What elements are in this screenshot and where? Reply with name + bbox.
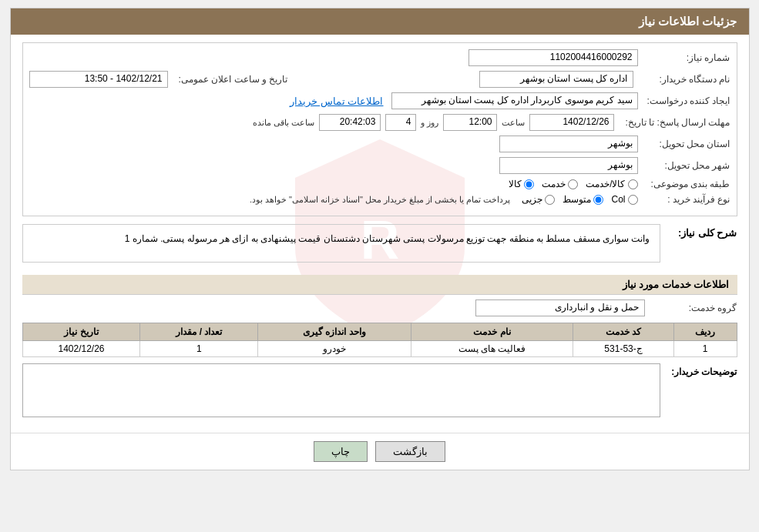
payment-note: پرداخت تمام یا بخشی از مبلغ خریدار محل "… — [250, 195, 511, 205]
col-name: نام خدمت — [411, 323, 573, 341]
mohlat-roz: 4 — [385, 114, 416, 131]
mohlat-date: 1402/12/26 — [529, 114, 614, 131]
mohlat-saat2-label: ساعت باقی مانده — [253, 118, 314, 128]
services-table: ردیف کد خدمت نام خدمت واحد اندازه گیری ت… — [22, 323, 737, 357]
sharh-label: شرح کلی نیاز: — [660, 224, 737, 239]
nooe-farayand-label: نوع فرآیند خرید : — [638, 194, 730, 205]
sharh-text: وانت سواری مسقف مسلط به منطقه جهت توزیع … — [22, 224, 660, 263]
tabaqe-kala-khedmat-label: کالا/خدمت — [586, 179, 625, 189]
ijad-konande-value: سید کریم موسوی کاربردار اداره کل پست است… — [391, 92, 638, 109]
etelaaat-link[interactable]: اطلاعات تماس خریدار — [290, 95, 383, 107]
ostan-tahvil-label: استان محل تحویل: — [638, 139, 730, 149]
page-title: جزئیات اطلاعات نیاز — [639, 15, 737, 28]
radio-khedmat[interactable]: خدمت — [542, 179, 578, 189]
col-count: تعداد / مقدار — [140, 323, 258, 341]
mohlat-roz-label: روز و — [421, 118, 438, 128]
shahr-tahvil-label: شهر محل تحویل: — [638, 160, 730, 171]
cell-radif: 1 — [673, 341, 737, 357]
radio-col[interactable]: Col — [611, 194, 637, 205]
nooe-jozyi-label: جزیی — [522, 194, 542, 205]
mohlat-saat-label: ساعت — [502, 118, 525, 128]
radio-kala[interactable]: کالا — [509, 179, 534, 189]
radio-kala-khedmat[interactable]: کالا/خدمت — [586, 179, 637, 189]
ijad-konande-label: ایجاد کننده درخواست: — [638, 95, 730, 106]
mohlat-saat2: 20:42:03 — [319, 114, 381, 131]
tabaqe-khedmat-label: خدمت — [542, 179, 566, 189]
col-radif: ردیف — [673, 323, 737, 341]
buttons-row: بازگشت چاپ — [11, 433, 749, 470]
tabaqe-kala-label: کالا — [509, 179, 522, 189]
print-button[interactable]: چاپ — [314, 441, 368, 462]
radio-jozyi[interactable]: جزیی — [522, 194, 555, 205]
page-header: جزئیات اطلاعات نیاز — [11, 8, 749, 35]
radio-motawaset[interactable]: متوسط — [563, 194, 603, 205]
shomara-niaz-label: شماره نیاز: — [638, 52, 730, 63]
group-label: گروه خدمت: — [645, 303, 737, 313]
cell-code: ج-53-531 — [573, 341, 674, 357]
description-label: توضیحات خریدار: — [660, 363, 737, 377]
description-textarea[interactable] — [22, 363, 660, 417]
date-value: 1402/12/21 - 13:50 — [29, 71, 168, 88]
group-value: حمل و نقل و انبارداری — [475, 299, 645, 316]
mohlat-saat: 12:00 — [443, 114, 497, 131]
cell-date: 1402/12/26 — [22, 341, 140, 357]
nooe-motawaset-label: متوسط — [563, 194, 591, 205]
description-section: توضیحات خریدار: — [22, 363, 737, 417]
cell-count: 1 — [140, 341, 258, 357]
date-label: تاریخ و ساعت اعلان عمومی: — [173, 74, 288, 85]
col-unit: واحد اندازه گیری — [258, 323, 411, 341]
table-row: 1 ج-53-531 فعالیت های پست خودرو 1 1402/1… — [22, 341, 737, 357]
shomara-niaz-value: 1102004416000292 — [468, 49, 638, 66]
mohlat-label: مهلت ارسال پاسخ: تا تاریخ: — [619, 117, 730, 128]
shahr-tahvil-value: بوشهر — [499, 157, 638, 174]
col-date: تاریخ نیاز — [22, 323, 140, 341]
naam-dastgah-value: اداره کل پست استان بوشهر — [479, 71, 633, 88]
cell-unit: خودرو — [258, 341, 411, 357]
ostan-tahvil-value: بوشهر — [499, 136, 638, 152]
cell-name: فعالیت های پست — [411, 341, 573, 357]
khadamat-title: اطلاعات خدمات مورد نیاز — [22, 275, 737, 295]
naam-dastgah-label: نام دستگاه خریدار: — [638, 74, 730, 85]
back-button[interactable]: بازگشت — [375, 441, 445, 462]
tabaqe-label: طبقه بندی موضوعی: — [638, 179, 730, 189]
nooe-col-label: Col — [611, 194, 625, 205]
col-code: کد خدمت — [573, 323, 674, 341]
